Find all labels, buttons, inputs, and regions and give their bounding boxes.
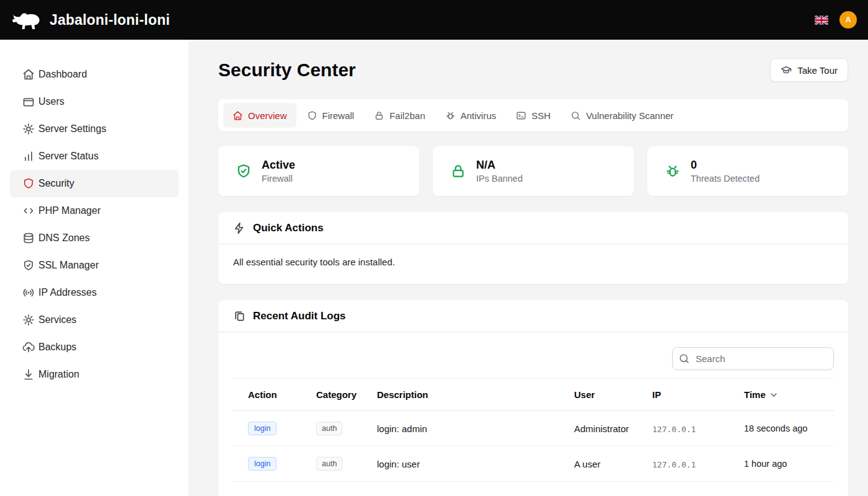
description-cell: login: admin <box>361 411 559 446</box>
stat-card-ips-banned: N/A IPs Banned <box>433 146 634 196</box>
table-row: login auth login: user A user 127.0.0.1 … <box>232 446 834 482</box>
sidebar-item-dns-zones[interactable]: DNS Zones <box>10 224 179 252</box>
tab-label: Antivirus <box>461 110 497 121</box>
user-cell: A user <box>559 446 637 482</box>
action-badge[interactable]: login <box>248 457 277 471</box>
brand[interactable]: Jabaloni-loni-loni <box>11 8 170 32</box>
stat-card-firewall: Active Firewall <box>218 146 419 196</box>
sidebar-item-label: IP Addresses <box>38 287 97 298</box>
sidebar-item-migration[interactable]: Migration <box>10 361 179 388</box>
stat-label: IPs Banned <box>476 174 523 184</box>
tab-label: Fail2ban <box>389 110 425 121</box>
column-header-description[interactable]: Description <box>361 379 559 411</box>
ip-cell: 127.0.0.1 <box>652 460 696 469</box>
broadcast-icon <box>22 286 35 299</box>
table-row: login auth login: admin Administrator 12… <box>232 411 834 446</box>
stat-value: 0 <box>691 159 760 172</box>
page-title: Security Center <box>218 60 356 81</box>
take-tour-button[interactable]: Take Tour <box>770 58 848 82</box>
download-icon <box>22 368 35 381</box>
tab-firewall[interactable]: Firewall <box>298 103 364 128</box>
search-row <box>232 347 834 370</box>
cloud-upload-icon <box>22 341 35 353</box>
table-row <box>232 482 834 496</box>
sidebar-item-label: PHP Manager <box>38 205 100 216</box>
sidebar-item-backups[interactable]: Backups <box>10 334 179 361</box>
tab-fail2ban[interactable]: Fail2ban <box>365 103 435 128</box>
sidebar-item-label: Backups <box>38 342 76 353</box>
bar-chart-icon <box>22 150 35 162</box>
category-badge: auth <box>316 457 342 471</box>
stat-card-threats: 0 Threats Detected <box>647 146 848 196</box>
stat-value: Active <box>262 159 295 172</box>
search-box <box>672 347 834 370</box>
search-input[interactable] <box>672 347 834 370</box>
sidebar-item-server-status[interactable]: Server Status <box>10 143 179 170</box>
gear-icon <box>22 314 35 326</box>
ip-cell: 127.0.0.1 <box>652 425 696 434</box>
quick-actions-title: Quick Actions <box>253 222 324 234</box>
sidebar-item-dashboard[interactable]: Dashboard <box>10 61 179 88</box>
sidebar-item-ip-addresses[interactable]: IP Addresses <box>10 279 179 306</box>
audit-logs-title: Recent Audit Logs <box>253 310 346 322</box>
sidebar-item-label: Users <box>38 96 64 107</box>
column-header-ip[interactable]: IP <box>637 379 728 411</box>
sidebar-item-php-manager[interactable]: PHP Manager <box>10 197 179 224</box>
action-badge[interactable]: login <box>248 422 277 435</box>
lightning-icon <box>233 222 246 234</box>
column-header-action[interactable]: Action <box>232 379 301 411</box>
tab-label: Overview <box>248 110 287 121</box>
quick-actions-header: Quick Actions <box>218 212 848 244</box>
table-header-row: Action Category Description User IP Time <box>232 379 834 411</box>
main-content: Security Center Take Tour Overview Firew… <box>188 40 868 496</box>
sidebar-item-label: Security <box>38 178 74 189</box>
quick-actions-card: Quick Actions All essential security too… <box>218 212 848 284</box>
wallet-icon <box>22 95 35 108</box>
sidebar-item-server-settings[interactable]: Server Settings <box>10 115 179 143</box>
column-header-user[interactable]: User <box>559 379 637 411</box>
graduation-cap-icon <box>781 64 792 76</box>
header-right: A <box>815 11 857 29</box>
tab-label: Firewall <box>322 110 355 121</box>
audit-logs-body: Action Category Description User IP Time <box>218 332 848 496</box>
top-bar: Jabaloni-loni-loni A <box>0 0 868 40</box>
sidebar-item-security[interactable]: Security <box>10 170 179 197</box>
column-header-time[interactable]: Time <box>728 379 834 411</box>
stat-cards: Active Firewall N/A IPs Banned 0 Threats… <box>218 146 848 196</box>
scan-icon <box>570 110 581 121</box>
terminal-icon <box>516 110 526 121</box>
documents-icon <box>233 310 246 322</box>
home-icon <box>22 68 35 81</box>
shield-check-icon <box>236 163 252 179</box>
sidebar-item-ssl-manager[interactable]: SSL Manager <box>10 252 179 279</box>
sidebar-item-services[interactable]: Services <box>10 306 179 334</box>
code-icon <box>22 205 35 217</box>
tab-overview[interactable]: Overview <box>223 103 296 128</box>
chevron-down-icon <box>769 390 779 400</box>
lock-icon <box>374 110 384 121</box>
sidebar-item-label: DNS Zones <box>38 232 90 244</box>
page-header: Security Center Take Tour <box>218 58 848 82</box>
time-cell: 1 hour ago <box>728 446 834 482</box>
database-icon <box>22 232 35 244</box>
sidebar-item-users[interactable]: Users <box>10 88 179 115</box>
column-header-category[interactable]: Category <box>301 379 361 411</box>
uk-flag-icon[interactable] <box>815 16 828 25</box>
description-cell: login: user <box>361 446 559 482</box>
audit-logs-header: Recent Audit Logs <box>218 300 848 332</box>
shield-icon <box>307 110 317 121</box>
audit-logs-card: Recent Audit Logs Action Category Descri… <box>218 300 848 496</box>
tab-ssh[interactable]: SSH <box>507 103 560 128</box>
stat-label: Firewall <box>262 174 295 184</box>
app-title: Jabaloni-loni-loni <box>50 12 170 29</box>
sidebar-item-label: Server Settings <box>38 123 106 135</box>
sidebar-item-label: Server Status <box>38 151 99 162</box>
gear-icon <box>22 123 35 135</box>
sidebar-item-label: Migration <box>38 369 79 380</box>
tab-vulnerability-scanner[interactable]: Vulnerability Scanner <box>561 103 683 128</box>
category-badge: auth <box>316 422 342 435</box>
user-avatar[interactable]: A <box>839 11 857 29</box>
tab-label: Vulnerability Scanner <box>586 110 673 121</box>
tab-antivirus[interactable]: Antivirus <box>436 103 506 128</box>
stat-label: Threats Detected <box>691 174 760 184</box>
